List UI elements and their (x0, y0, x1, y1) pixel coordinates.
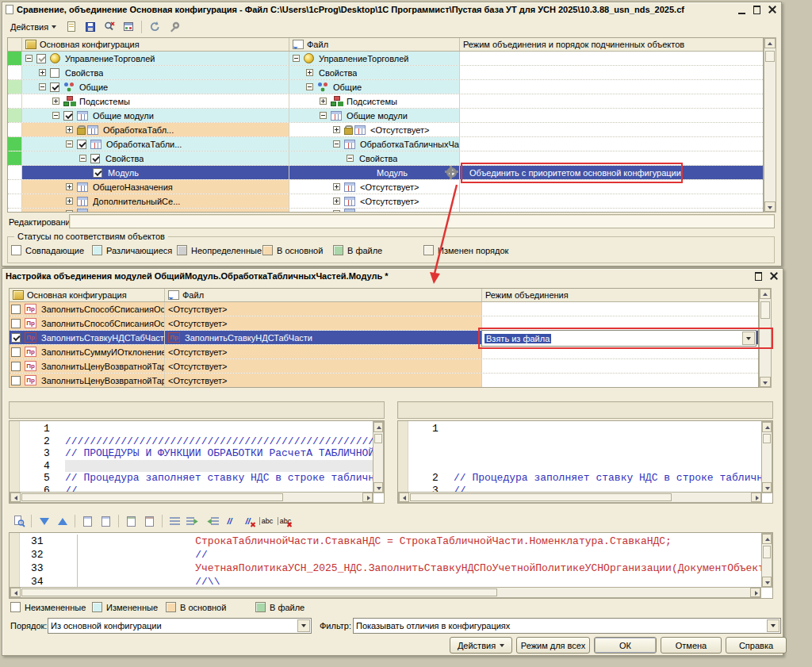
chevron-down-icon[interactable] (767, 619, 779, 632)
filter-select[interactable]: Показывать отличия в конфигурациях (353, 618, 781, 634)
expand-icon[interactable] (320, 98, 327, 105)
checkbox[interactable] (11, 319, 21, 328)
collapse-icon[interactable] (25, 55, 33, 62)
collapse-icon[interactable] (293, 55, 300, 62)
file-code-pane[interactable]: 1 2// Процедура заполняет ставку НДС в с… (397, 420, 773, 504)
code-scrollbar[interactable] (761, 533, 772, 588)
scroll-right-button[interactable] (750, 588, 760, 597)
mode-for-all-button[interactable]: Режим для всех (516, 637, 590, 654)
collapse-icon[interactable] (333, 140, 340, 148)
close-icon[interactable] (768, 271, 779, 282)
title-bar[interactable]: Настройка объединения модулей ОбщийМодул… (2, 269, 783, 283)
code-h-scrollbar[interactable] (398, 492, 762, 503)
code-h-scrollbar[interactable] (10, 492, 373, 503)
scroll-down-button[interactable] (762, 482, 772, 493)
gear-icon[interactable] (446, 167, 457, 178)
checkbox[interactable] (93, 168, 102, 178)
code-scrollbar[interactable] (373, 421, 384, 493)
checkbox[interactable] (36, 54, 46, 63)
scroll-thumb[interactable] (763, 546, 771, 558)
merge-settings-icon[interactable] (120, 19, 137, 35)
merged-code-pane[interactable]: 31 СтрокаТабличнойЧасти.СтавкаНДС = Стро… (9, 532, 773, 599)
expand-icon[interactable] (66, 197, 73, 205)
tree-row[interactable]: Подсистемы Подсистемы (8, 94, 763, 109)
actions-menu-button[interactable]: Действия (6, 20, 61, 34)
close-icon[interactable] (766, 5, 778, 15)
expand-icon[interactable] (333, 183, 340, 190)
chevron-down-icon[interactable] (297, 619, 310, 632)
checkbox[interactable] (11, 305, 21, 314)
scroll-down-button[interactable] (764, 201, 776, 212)
constructor-icon[interactable]: abc (258, 514, 274, 528)
main-config-column-header[interactable]: Основная конфигурация (10, 289, 165, 301)
main-config-column-header[interactable]: Основная конфигурация (22, 38, 289, 51)
indent-left-icon[interactable] (203, 514, 220, 528)
scroll-left-button[interactable] (10, 588, 21, 597)
expand-icon[interactable] (52, 98, 59, 105)
table-scrollbar[interactable] (759, 288, 772, 388)
scroll-thumb[interactable] (21, 493, 283, 501)
code-h-scrollbar[interactable] (10, 587, 761, 598)
merge-mode-column-header[interactable]: Режим объединения (482, 289, 758, 301)
expand-icon[interactable] (39, 69, 46, 76)
collapse-icon[interactable] (79, 155, 86, 162)
tree-row[interactable]: УправлениеТорговлей УправлениеТорговлей (8, 52, 763, 66)
procedure-row[interactable]: ПрЗаполнитьЦенуВозвратнойТар... <Отсутст… (10, 374, 758, 388)
procedure-row[interactable]: ПрЗаполнитьСпособСписанияОст... <Отсутст… (10, 302, 758, 316)
chevron-down-icon[interactable] (742, 332, 755, 345)
collapse-icon[interactable] (306, 83, 313, 90)
tree-row-selected[interactable]: Модуль Модуль Объединить с приоритетом о… (8, 166, 763, 180)
main-config-code-pane[interactable]: 1 2/////////////////////////////////////… (9, 420, 385, 504)
file-column-header[interactable]: Файл (165, 289, 482, 301)
scroll-left-button[interactable] (399, 493, 409, 502)
scroll-up-button[interactable] (762, 534, 772, 544)
add-comment-icon[interactable]: // (221, 514, 238, 528)
scroll-right-button[interactable] (362, 493, 373, 502)
scroll-thumb[interactable] (374, 434, 382, 443)
refresh-icon[interactable] (146, 19, 163, 35)
scroll-thumb[interactable] (765, 51, 775, 62)
save-icon[interactable] (82, 19, 99, 35)
editing-input[interactable] (69, 214, 775, 228)
scroll-down-button[interactable] (762, 577, 772, 587)
checkbox[interactable] (50, 82, 59, 92)
tree-scrollbar[interactable] (764, 37, 776, 213)
title-bar[interactable]: Сравнение, объединение Основная конфигур… (2, 2, 781, 17)
scroll-thumb[interactable] (763, 434, 771, 443)
indent-right-icon[interactable] (185, 514, 201, 528)
scroll-thumb[interactable] (410, 493, 672, 501)
expand-icon[interactable] (333, 126, 340, 133)
checkbox[interactable] (77, 140, 86, 149)
tree-row[interactable]: ОбработкаТабл... <Отсутствует> (8, 123, 763, 137)
expand-icon[interactable] (333, 197, 340, 205)
scroll-up-button[interactable] (764, 38, 776, 48)
checkbox[interactable] (63, 111, 73, 121)
scroll-thumb[interactable] (21, 588, 497, 596)
procedure-row[interactable]: ПрЗаполнитьСпособСписанияОст... <Отсутст… (10, 316, 758, 331)
code-scrollbar[interactable] (761, 421, 772, 493)
format-block-icon[interactable] (167, 514, 183, 528)
remove-comment-icon[interactable]: // (239, 514, 256, 528)
order-select[interactable]: Из основной конфигурации (48, 618, 312, 634)
actions-button[interactable]: Действия (450, 637, 512, 654)
copy-to-file-icon[interactable] (98, 514, 114, 528)
tree-row[interactable] (8, 209, 763, 213)
scroll-left-button[interactable] (10, 493, 21, 502)
scroll-up-button[interactable] (373, 422, 383, 432)
expand-icon[interactable] (66, 126, 73, 133)
tree-row[interactable]: ДополнительныйСе... <Отсутствует> (8, 194, 763, 209)
expand-icon[interactable] (333, 210, 340, 213)
scroll-thumb[interactable] (760, 301, 770, 319)
checkbox[interactable] (11, 347, 21, 357)
next-difference-icon[interactable] (36, 514, 52, 528)
copy-to-main-icon[interactable] (79, 514, 96, 528)
find-in-module-icon[interactable] (10, 514, 27, 528)
checkbox[interactable] (11, 376, 21, 385)
expand-icon[interactable] (66, 183, 73, 190)
maximize-icon[interactable] (753, 271, 764, 282)
expand-icon[interactable] (306, 69, 313, 76)
scroll-up-button[interactable] (760, 289, 771, 299)
scroll-up-button[interactable] (762, 422, 772, 432)
tree-row[interactable]: ОбработкаТабли... ОбработкаТабличныхЧаст… (8, 137, 763, 151)
status-column-header[interactable] (8, 38, 22, 51)
